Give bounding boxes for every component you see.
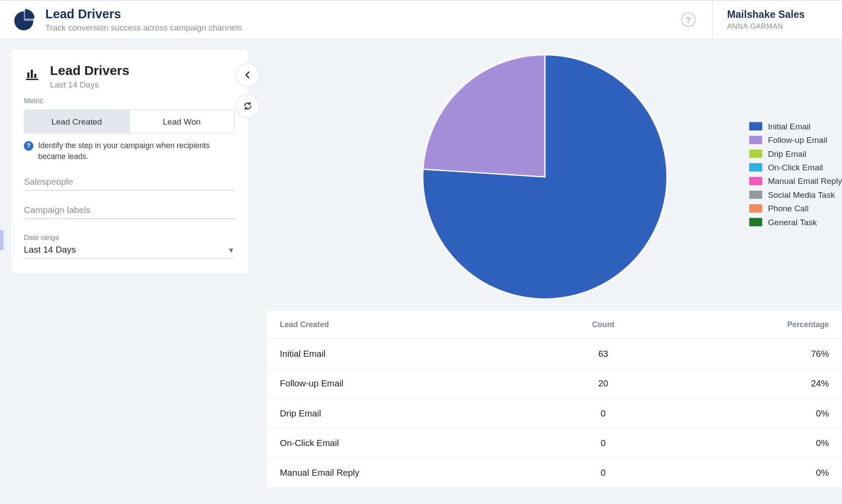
cell-percentage: 0%	[666, 428, 842, 457]
salespeople-field	[24, 176, 235, 191]
legend-label: Manual Email Reply	[768, 176, 842, 186]
cell-label: On-Click Email	[267, 428, 540, 457]
hint-text: Identify the step in your campaign when …	[38, 141, 234, 162]
col-count: Count	[540, 310, 666, 338]
account-switcher[interactable]: Mailshake Sales ANNA GARMAN	[712, 0, 831, 38]
table-row: Initial Email6376%	[267, 338, 842, 368]
chart-row: Initial EmailFollow-up EmailDrip EmailOn…	[248, 50, 842, 310]
svg-rect-3	[34, 74, 37, 78]
cell-percentage: 0%	[666, 398, 842, 428]
cell-label: Follow-up Email	[267, 369, 540, 398]
legend-swatch	[749, 136, 762, 144]
chevron-down-icon: ▼	[227, 246, 234, 254]
help-icon[interactable]: ?	[681, 13, 696, 27]
legend-label: Initial Email	[768, 122, 811, 131]
legend-item[interactable]: On-Click Email	[749, 162, 842, 172]
segment-lead-won[interactable]: Lead Won	[129, 110, 234, 133]
legend-swatch	[749, 149, 762, 158]
svg-rect-2	[31, 70, 33, 78]
pie-slice[interactable]	[423, 55, 545, 177]
lead-table: Lead Created Count Percentage Initial Em…	[267, 310, 842, 488]
pie-chart	[420, 52, 670, 302]
cell-percentage: 76%	[666, 338, 842, 368]
campaign-labels-input[interactable]	[24, 205, 235, 215]
legend-label: Drip Email	[768, 149, 806, 159]
date-range-value: Last 14 Days	[24, 244, 76, 254]
legend-item[interactable]: Social Media Task	[749, 190, 842, 200]
header-left: Lead Drivers Track conversion success ac…	[12, 7, 242, 32]
pie-chart-icon	[12, 8, 36, 32]
cell-label: Drip Email	[267, 398, 540, 428]
table-header-row: Lead Created Count Percentage	[267, 310, 842, 338]
legend-item[interactable]: Follow-up Email	[749, 135, 842, 145]
table-row: Follow-up Email2024%	[267, 369, 842, 398]
table-row: Manual Email Reply00%	[267, 458, 842, 487]
cell-count: 20	[540, 369, 666, 398]
cell-count: 0	[540, 458, 666, 487]
date-range-label: Date range	[24, 233, 235, 242]
info-icon[interactable]: ?	[24, 141, 34, 151]
cell-count: 0	[540, 398, 666, 428]
legend-label: General Task	[768, 217, 817, 227]
table-row: Drip Email00%	[267, 398, 842, 428]
legend-swatch	[749, 218, 762, 226]
legend-label: Follow-up Email	[768, 135, 827, 145]
card-title: Lead Drivers	[50, 63, 129, 79]
legend-item[interactable]: Initial Email	[749, 122, 842, 131]
app-header: Lead Drivers Track conversion success ac…	[0, 0, 842, 39]
legend-label: Social Media Task	[768, 190, 835, 200]
campaign-labels-field	[24, 205, 235, 220]
col-lead-created: Lead Created	[267, 310, 540, 338]
legend-item[interactable]: Phone Call	[749, 204, 842, 213]
metric-hint: ? Identify the step in your campaign whe…	[24, 141, 235, 162]
legend-item[interactable]: Manual Email Reply	[749, 176, 842, 186]
svg-rect-1	[27, 72, 30, 78]
legend-label: On-Click Email	[768, 162, 823, 172]
chart-legend: Initial EmailFollow-up EmailDrip EmailOn…	[749, 122, 842, 231]
main: Lead Drivers Last 14 Days Metric Lead Cr…	[0, 39, 842, 487]
legend-item[interactable]: Drip Email	[749, 149, 842, 159]
cell-count: 0	[540, 428, 666, 457]
page-title: Lead Drivers	[45, 7, 242, 21]
legend-item[interactable]: General Task	[749, 217, 842, 227]
bar-chart-icon	[24, 65, 41, 82]
page-subtitle: Track conversion success across campaign…	[45, 23, 242, 32]
header-titles: Lead Drivers Track conversion success ac…	[45, 7, 242, 32]
cell-label: Manual Email Reply	[267, 458, 540, 487]
legend-swatch	[749, 163, 762, 172]
legend-swatch	[749, 122, 762, 130]
table-row: On-Click Email00%	[267, 428, 842, 457]
content-area: Initial EmailFollow-up EmailDrip EmailOn…	[248, 50, 842, 488]
date-range-field[interactable]: Date range Last 14 Days ▼	[24, 233, 235, 258]
legend-swatch	[749, 190, 762, 199]
salespeople-input[interactable]	[24, 176, 235, 186]
user-name: ANNA GARMAN	[727, 22, 831, 30]
org-name: Mailshake Sales	[727, 9, 831, 21]
metric-segmented-control: Lead Created Lead Won	[24, 110, 235, 134]
legend-label: Phone Call	[768, 204, 809, 213]
cell-percentage: 0%	[666, 458, 842, 487]
legend-swatch	[749, 204, 762, 213]
metric-label: Metric	[24, 96, 235, 105]
card-header: Lead Drivers Last 14 Days	[24, 63, 235, 89]
col-percentage: Percentage	[666, 310, 842, 338]
cell-percentage: 24%	[666, 369, 842, 398]
segment-lead-created[interactable]: Lead Created	[24, 110, 129, 133]
filters-card: Lead Drivers Last 14 Days Metric Lead Cr…	[11, 50, 248, 274]
card-range: Last 14 Days	[50, 80, 129, 89]
side-drawer-handle[interactable]	[0, 230, 3, 250]
cell-count: 63	[540, 338, 666, 368]
legend-swatch	[749, 177, 762, 185]
cell-label: Initial Email	[267, 338, 540, 368]
